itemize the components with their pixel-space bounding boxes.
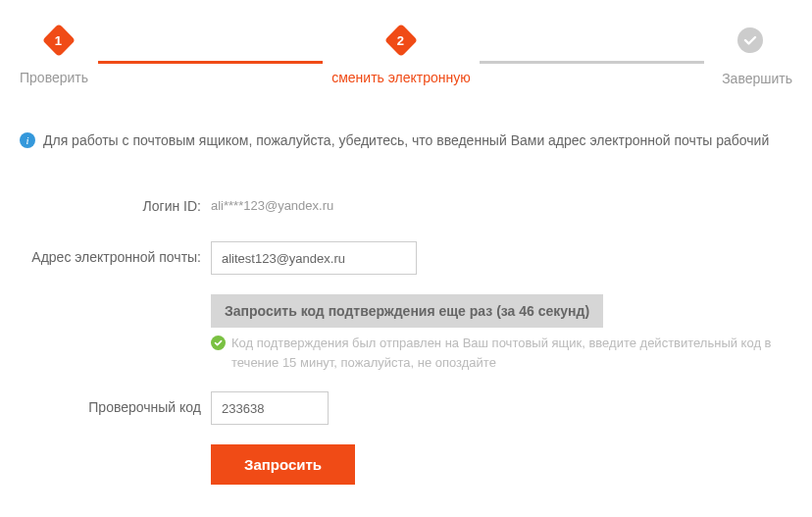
- email-input[interactable]: [211, 241, 417, 275]
- connector-2: [480, 61, 704, 64]
- step-marker-1: 1: [42, 24, 76, 57]
- step-label-2: сменить электронную: [331, 70, 471, 85]
- sent-line: Код подтверждения был отправлен на Ваш п…: [211, 334, 792, 372]
- step-marker-2: 2: [384, 24, 418, 57]
- notice: i Для работы с почтовым ящиком, пожалуйс…: [0, 130, 812, 151]
- row-login: Логин ID: ali****123@yandex.ru: [20, 190, 792, 222]
- row-resend: Запросить код подтверждения еще раз (за …: [20, 294, 792, 372]
- row-code: Проверочный код: [20, 391, 792, 425]
- connector-1: [98, 61, 323, 64]
- stepper: 1 Проверить 2 сменить электронную Заверш…: [0, 0, 812, 86]
- login-value: ali****123@yandex.ru: [211, 198, 333, 213]
- step-finish: Завершить: [704, 27, 792, 86]
- step-label-1: Проверить: [20, 70, 88, 85]
- resend-code-button[interactable]: Запросить код подтверждения еще раз (за …: [211, 294, 603, 328]
- login-label: Логин ID:: [20, 190, 211, 222]
- step-change-email: 2 сменить электронную: [323, 28, 480, 85]
- step-num-2: 2: [397, 32, 404, 47]
- code-input[interactable]: [211, 391, 329, 425]
- step-num-1: 1: [55, 32, 62, 47]
- row-email: Адрес электронной почты:: [20, 241, 792, 275]
- notice-text: Для работы с почтовым ящиком, пожалуйста…: [43, 130, 769, 151]
- form: Логин ID: ali****123@yandex.ru Адрес эле…: [0, 190, 812, 485]
- code-label: Проверочный код: [20, 391, 211, 423]
- sent-text: Код подтверждения был отправлен на Ваш п…: [231, 334, 792, 372]
- email-label: Адрес электронной почты:: [20, 241, 211, 273]
- step-label-3: Завершить: [722, 71, 792, 86]
- check-icon: [737, 27, 763, 53]
- row-submit: Запросить: [20, 444, 792, 485]
- step-verify: 1 Проверить: [20, 28, 98, 85]
- info-icon: i: [20, 132, 35, 148]
- submit-button[interactable]: Запросить: [211, 444, 355, 485]
- success-icon: [211, 336, 226, 350]
